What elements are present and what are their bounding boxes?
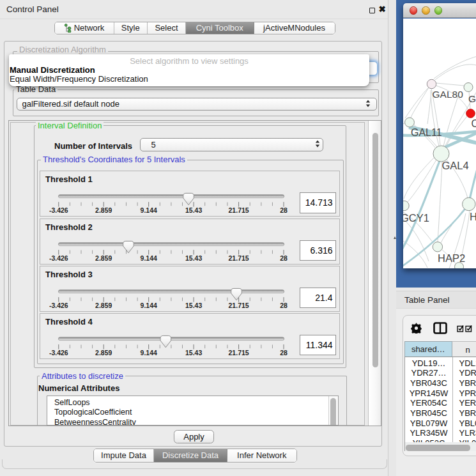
svg-text:28: 28 [280,302,288,309]
svg-text:21.715: 21.715 [229,349,249,357]
svg-text:GAL4: GAL4 [442,160,469,171]
svg-text:15.43: 15.43 [185,254,202,262]
svg-text:15.43: 15.43 [185,302,202,309]
svg-text:G.: G. [468,93,476,104]
svg-text:15.43: 15.43 [185,206,202,214]
svg-text:-3.426: -3.426 [49,302,68,309]
svg-text:21.715: 21.715 [229,206,249,214]
svg-text:28: 28 [280,349,288,357]
svg-text:2.859: 2.859 [95,349,112,357]
svg-text:21.715: 21.715 [229,254,249,262]
svg-text:9.144: 9.144 [141,206,157,214]
svg-text:9.144: 9.144 [141,302,157,309]
svg-text:GAL11: GAL11 [411,127,442,137]
svg-text:-3.426: -3.426 [49,349,68,357]
svg-text:GAL80: GAL80 [433,88,464,99]
svg-text:15.43: 15.43 [185,349,202,357]
svg-text:HAP2: HAP2 [438,252,465,263]
svg-text:9.144: 9.144 [141,349,157,357]
svg-text:C: C [472,118,476,128]
svg-text:9.144: 9.144 [141,254,157,262]
svg-text:2.859: 2.859 [95,302,112,309]
svg-text:-3.426: -3.426 [49,254,68,262]
svg-text:28: 28 [280,254,288,262]
svg-text:2.859: 2.859 [95,206,112,214]
svg-text:GCY1: GCY1 [403,212,429,224]
svg-text:2.859: 2.859 [95,254,112,262]
svg-text:28: 28 [280,206,288,214]
svg-text:-3.426: -3.426 [49,206,68,214]
svg-text:H: H [470,210,476,222]
svg-text:21.715: 21.715 [229,302,249,309]
